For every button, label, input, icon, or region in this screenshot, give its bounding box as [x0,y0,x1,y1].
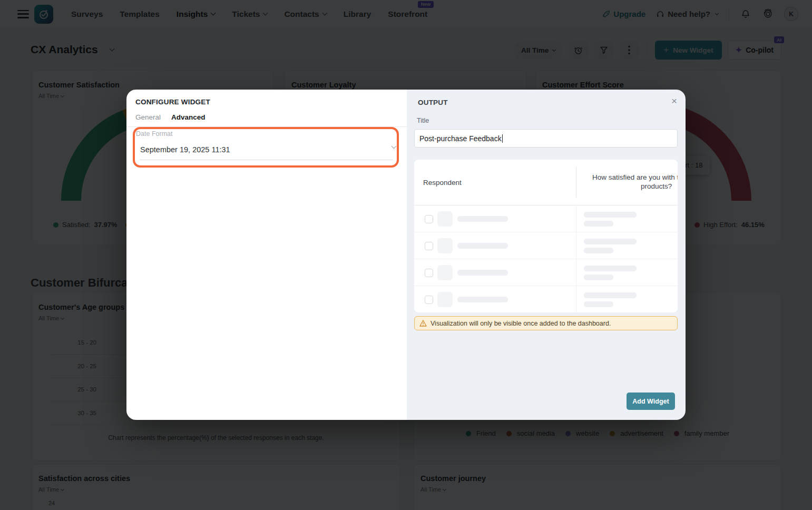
date-format-label: Date Format [136,130,172,138]
add-widget-button[interactable]: Add Widget [627,393,675,410]
avatar-skeleton [437,238,453,253]
date-format-select[interactable]: September 19, 2025 11:31 [140,145,230,154]
skeleton-bar [584,239,637,244]
divider [140,160,393,160]
skeleton-bar [584,301,613,307]
row-checkbox[interactable] [425,269,433,277]
skeleton-bar [457,216,508,222]
row-checkbox[interactable] [425,215,433,223]
skeleton-bar [457,243,508,249]
modal-title: CONFIGURE WIDGET [135,98,210,106]
warning-banner: Visualization will only be visible once … [414,316,678,330]
tab-advanced[interactable]: Advanced [171,113,206,121]
skeleton-bar [584,266,637,271]
title-field-label: Title [417,117,429,124]
skeleton-bar [457,270,508,276]
configure-widget-modal: CONFIGURE WIDGET General Advanced Date F… [126,90,686,420]
divider [126,126,407,127]
config-tabs: General Advanced [135,113,206,121]
row-checkbox[interactable] [425,296,433,304]
configure-panel: CONFIGURE WIDGET General Advanced Date F… [126,90,407,420]
skeleton-bar [584,248,613,253]
warning-text: Visualization will only be visible once … [431,320,611,327]
warning-icon [419,320,427,327]
avatar-skeleton [437,292,453,307]
skeleton-bar [584,212,637,218]
output-title: OUTPUT [418,99,448,106]
tab-general[interactable]: General [135,113,161,121]
widget-title-input[interactable]: Post-purchase Feedback [414,129,678,148]
app-root: Surveys Templates Insights Tickets Conta… [0,0,812,510]
chevron-down-icon[interactable] [392,144,397,149]
avatar-skeleton [437,211,453,227]
row-checkbox[interactable] [425,242,433,250]
text-caret [502,134,503,143]
preview-table-header: Respondent How satisfied are you with th… [414,160,678,205]
table-row [414,286,678,312]
column-question: How satisfied are you with the q product… [576,160,678,205]
table-row [414,205,678,232]
close-icon[interactable]: × [671,96,677,106]
column-respondent: Respondent [423,160,462,205]
skeleton-bar [457,297,508,302]
skeleton-bar [584,221,613,227]
avatar-skeleton [437,265,453,280]
skeleton-bar [584,274,613,280]
table-row [414,232,678,259]
output-panel: OUTPUT × Title Post-purchase Feedback Re… [407,90,686,420]
preview-table: Respondent How satisfied are you with th… [414,160,678,312]
skeleton-bar [584,292,637,298]
table-row [414,259,678,286]
